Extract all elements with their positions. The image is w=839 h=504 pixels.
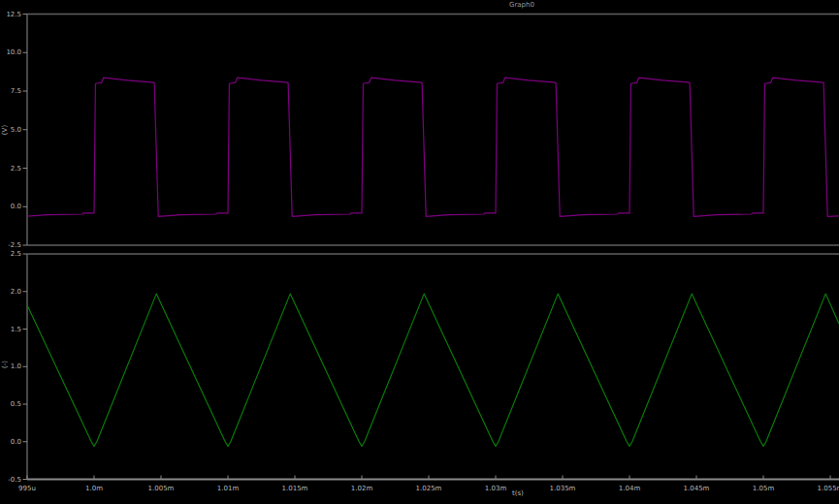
y-tick-label: 7.5 — [0, 87, 21, 95]
y-tick-label: 0.0 — [0, 438, 21, 446]
x-tick-label: 1.045m — [677, 485, 716, 492]
x-tick-label: 1.05m — [744, 485, 783, 492]
y-tick-label: 0.0 — [0, 203, 21, 210]
top-y-axis-unit-label: (V) — [1, 120, 9, 140]
x-tick-label: 1.015m — [275, 485, 314, 492]
x-tick-label: 1.035m — [543, 485, 582, 492]
x-tick-label: 1.0m — [75, 485, 113, 492]
y-tick-label: 12.5 — [0, 11, 21, 18]
y-tick-label: 2.5 — [0, 250, 21, 258]
x-tick-label: 1.025m — [409, 485, 448, 492]
y-tick-label: -0.5 — [0, 476, 21, 484]
graph-window: Graph0 12.510.07.55.02.50.0-2.52.52.01.5… — [0, 0, 839, 504]
bottom-y-axis-unit-label: (-) — [1, 355, 9, 374]
x-axis-unit-label: t(s) — [512, 489, 524, 497]
x-tick-label: 1.04m — [610, 485, 649, 492]
y-tick-label: 2.5 — [0, 165, 21, 173]
plot-canvas[interactable] — [0, 0, 839, 504]
y-tick-label: -2.5 — [0, 241, 21, 249]
y-tick-label: 10.0 — [0, 48, 21, 56]
y-tick-label: 2.0 — [0, 288, 21, 296]
x-tick-label: 1.02m — [342, 485, 381, 492]
x-tick-label: 1.01m — [209, 485, 247, 492]
x-tick-label: 1.03m — [476, 485, 515, 492]
y-tick-label: 1.5 — [0, 326, 21, 333]
x-tick-label: 1.055m — [811, 485, 839, 492]
x-tick-label: 995u — [8, 485, 47, 492]
y-tick-label: 0.5 — [0, 400, 21, 408]
x-tick-label: 1.005m — [142, 485, 180, 492]
